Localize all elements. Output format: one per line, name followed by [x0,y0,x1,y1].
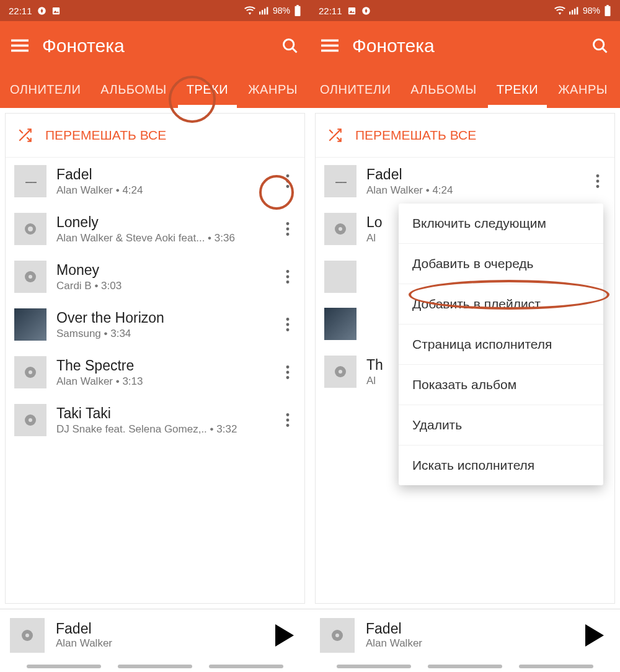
now-playing-art [10,618,45,653]
svg-point-21 [286,270,290,273]
svg-point-58 [339,370,342,374]
tab-artists[interactable]: ОЛНИТЕЛИ [310,71,401,108]
svg-rect-46 [606,5,609,6]
now-playing-artist: Alan Walker [56,637,275,650]
status-bar: 22:11 98% [310,0,620,21]
shuffle-label: ПЕРЕМЕШАТЬ ВСЕ [355,128,476,143]
track-menu-icon[interactable] [277,264,298,290]
now-playing-art [320,618,355,653]
album-art-placeholder [14,356,46,388]
track-row[interactable]: Lonely Alan Walker & Steve Aoki feat... … [6,205,304,253]
track-list: ПЕРЕМЕШАТЬ ВСЕ --- Fadel Alan Walker • 4… [5,113,305,604]
nav-bar [310,661,620,672]
track-subtitle: Alan Walker • 4:24 [56,184,277,197]
battery-pct: 98% [273,6,290,16]
now-playing-bar[interactable]: Fadel Alan Walker [0,609,310,661]
search-icon[interactable] [281,37,299,55]
app-bar: Фонотека [310,21,620,71]
track-row[interactable]: The Spectre Alan Walker • 3:13 [6,349,304,396]
svg-rect-8 [11,40,29,42]
track-menu-icon[interactable] [277,407,298,433]
context-menu: Включить следующим Добавить в очередь До… [399,204,603,485]
wifi-icon [554,6,565,15]
svg-rect-5 [267,7,268,14]
svg-point-23 [286,280,290,284]
tab-tracks[interactable]: ТРЕКИ [487,71,548,108]
menu-item-add-queue[interactable]: Добавить в очередь [399,244,603,284]
track-row[interactable]: Taki Taki DJ Snake feat. Selena Gomez,..… [6,396,304,444]
svg-rect-7 [296,5,299,6]
track-row[interactable]: Money Cardi B • 3:03 [6,253,304,301]
track-menu-icon[interactable] [277,311,298,338]
track-row[interactable]: Over the Horizon Samsung • 3:34 [6,301,304,349]
svg-rect-3 [262,10,263,14]
menu-icon[interactable] [321,39,339,53]
tab-tracks[interactable]: ТРЕКИ [177,71,238,108]
track-subtitle: Samsung • 3:34 [56,328,277,340]
svg-point-38 [25,634,29,637]
play-button[interactable] [585,624,604,647]
menu-item-artist-page[interactable]: Страница исполнителя [399,325,603,365]
album-art-placeholder [324,213,356,245]
svg-rect-1 [52,7,59,14]
phone-screen-right: 22:11 98% Фонотека ОЛНИТЕЛИ АЛЬБОМЫ ТРЕК… [310,0,620,672]
menu-item-show-album[interactable]: Показать альбом [399,365,603,405]
album-art-placeholder [14,261,46,293]
shuffle-icon [327,127,343,143]
shuffle-icon [17,127,33,143]
signal-icon [259,6,269,15]
track-menu-icon[interactable] [277,216,298,242]
svg-point-22 [286,276,290,279]
svg-point-24 [286,318,290,321]
shuffle-all[interactable]: ПЕРЕМЕШАТЬ ВСЕ [6,114,304,158]
track-title: Taki Taki [56,405,277,422]
track-subtitle: DJ Snake feat. Selena Gomez,.. • 3:32 [56,423,277,436]
now-playing-artist: Alan Walker [366,637,585,650]
tab-genres[interactable]: ЖАНРЫ [548,71,618,108]
album-art-placeholder [14,404,46,436]
image-icon [347,6,356,16]
tab-albums[interactable]: АЛЬБОМЫ [401,71,486,108]
svg-point-60 [335,634,339,637]
track-subtitle: Cardi B • 3:03 [56,280,277,292]
page-title: Фонотека [352,35,435,56]
now-playing-bar[interactable]: Fadel Alan Walker [310,609,620,661]
svg-point-17 [286,228,290,231]
track-menu-icon[interactable] [277,168,298,194]
svg-point-25 [286,323,290,326]
menu-item-add-playlist[interactable]: Добавить в плейлист [399,284,603,325]
svg-line-12 [293,48,297,53]
menu-icon[interactable] [11,39,29,53]
svg-rect-45 [605,6,611,16]
track-menu-icon[interactable] [587,168,608,194]
menu-item-play-next[interactable]: Включить следующим [399,204,603,244]
track-row[interactable]: --- Fadel Alan Walker • 4:24 [6,158,304,205]
play-button[interactable] [275,624,294,647]
menu-item-search-artist[interactable]: Искать исполнителя [399,446,603,485]
track-menu-icon[interactable] [277,359,298,385]
track-row[interactable]: --- Fadel Alan Walker • 4:24 [316,158,614,205]
svg-rect-4 [264,9,265,15]
now-playing-title: Fadel [56,620,275,637]
tab-artists[interactable]: ОЛНИТЕЛИ [0,71,91,108]
svg-rect-2 [259,12,260,15]
menu-item-delete[interactable]: Удалить [399,405,603,446]
now-playing-title: Fadel [366,620,585,637]
svg-point-31 [286,376,290,379]
shuffle-all[interactable]: ПЕРЕМЕШАТЬ ВСЕ [316,114,614,158]
phone-screen-left: 22:11 98% Фонотека ОЛНИТЕЛИ АЛЬБОМЫ ТРЕК… [0,0,310,672]
svg-point-26 [286,328,290,331]
svg-rect-49 [321,50,339,52]
svg-point-14 [286,180,290,183]
tabs: ОЛНИТЕЛИ АЛЬБОМЫ ТРЕКИ ЖАНРЫ [0,71,310,108]
svg-point-13 [286,174,290,177]
svg-rect-10 [11,50,29,52]
album-art-placeholder [324,356,356,388]
search-icon[interactable] [591,37,609,55]
wifi-icon [244,6,255,15]
album-art-placeholder: --- [14,165,46,197]
tab-genres[interactable]: ЖАНРЫ [238,71,308,108]
svg-point-36 [286,424,290,427]
svg-point-56 [339,227,342,231]
tab-albums[interactable]: АЛЬБОМЫ [91,71,176,108]
